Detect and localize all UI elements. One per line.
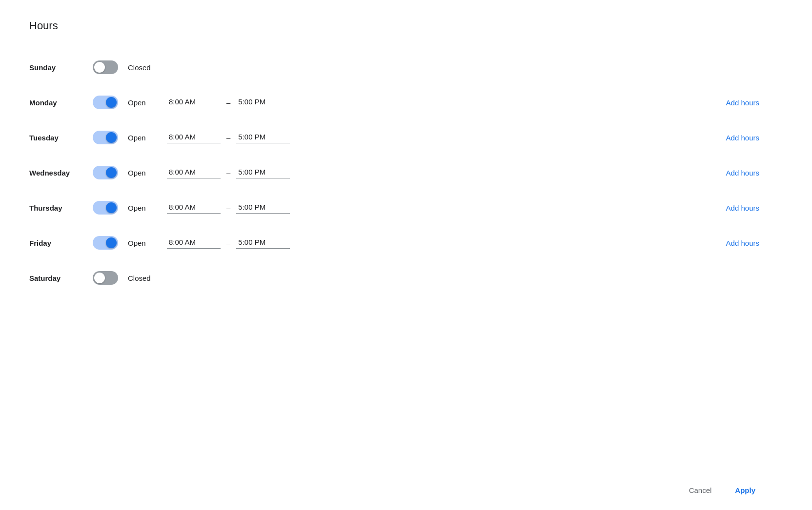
time-range-thursday: – — [167, 202, 290, 214]
day-name-saturday: Saturday — [29, 274, 93, 282]
time-separator: – — [226, 169, 230, 177]
day-row: ThursdayOpen–Add hours — [29, 190, 783, 225]
toggle-container-saturday — [93, 271, 122, 285]
toggle-thumb — [106, 237, 117, 248]
add-hours-button-wednesday[interactable]: Add hours — [722, 167, 763, 179]
toggle-tuesday[interactable] — [93, 131, 118, 144]
status-label-sunday: Closed — [128, 63, 167, 72]
time-separator: – — [226, 239, 230, 247]
toggle-container-tuesday — [93, 131, 122, 144]
time-range-wednesday: – — [167, 167, 290, 178]
apply-button[interactable]: Apply — [727, 482, 763, 498]
time-range-friday: – — [167, 237, 290, 249]
toggle-thumb — [94, 273, 105, 283]
day-name-tuesday: Tuesday — [29, 134, 93, 142]
footer-actions: Cancel Apply — [29, 471, 783, 510]
day-row: FridayOpen–Add hours — [29, 225, 783, 260]
toggle-thumb — [106, 132, 117, 143]
day-name-sunday: Sunday — [29, 63, 93, 72]
open-time-friday[interactable] — [167, 237, 221, 249]
status-label-monday: Open — [128, 98, 167, 107]
time-separator: – — [226, 204, 230, 212]
day-row: SundayClosed — [29, 50, 783, 85]
add-hours-button-friday[interactable]: Add hours — [722, 237, 763, 249]
toggle-container-monday — [93, 96, 122, 109]
toggle-sunday[interactable] — [93, 60, 118, 74]
hours-grid: SundayClosedMondayOpen–Add hoursTuesdayO… — [29, 50, 783, 471]
toggle-monday[interactable] — [93, 96, 118, 109]
toggle-thumb — [106, 97, 117, 108]
status-label-thursday: Open — [128, 204, 167, 212]
status-label-saturday: Closed — [128, 274, 167, 282]
toggle-container-thursday — [93, 201, 122, 215]
add-hours-button-tuesday[interactable]: Add hours — [722, 132, 763, 144]
toggle-thumb — [106, 167, 117, 178]
open-time-wednesday[interactable] — [167, 167, 221, 178]
page-container: Hours SundayClosedMondayOpen–Add hoursTu… — [0, 0, 812, 510]
day-row: TuesdayOpen–Add hours — [29, 120, 783, 155]
time-range-monday: – — [167, 97, 290, 108]
toggle-saturday[interactable] — [93, 271, 118, 285]
day-row: MondayOpen–Add hours — [29, 85, 783, 120]
day-name-monday: Monday — [29, 98, 93, 107]
close-time-friday[interactable] — [236, 237, 290, 249]
toggle-thumb — [106, 202, 117, 213]
time-range-tuesday: – — [167, 132, 290, 143]
toggle-container-sunday — [93, 60, 122, 74]
toggle-container-friday — [93, 236, 122, 250]
status-label-friday: Open — [128, 239, 167, 247]
day-name-friday: Friday — [29, 239, 93, 247]
close-time-tuesday[interactable] — [236, 132, 290, 143]
add-hours-button-monday[interactable]: Add hours — [722, 97, 763, 109]
status-label-tuesday: Open — [128, 134, 167, 142]
day-name-thursday: Thursday — [29, 204, 93, 212]
toggle-thursday[interactable] — [93, 201, 118, 215]
open-time-monday[interactable] — [167, 97, 221, 108]
day-row: WednesdayOpen–Add hours — [29, 155, 783, 190]
cancel-button[interactable]: Cancel — [681, 482, 720, 498]
close-time-thursday[interactable] — [236, 202, 290, 214]
time-separator: – — [226, 134, 230, 142]
open-time-tuesday[interactable] — [167, 132, 221, 143]
close-time-wednesday[interactable] — [236, 167, 290, 178]
toggle-thumb — [94, 62, 105, 73]
status-label-wednesday: Open — [128, 169, 167, 177]
add-hours-button-thursday[interactable]: Add hours — [722, 202, 763, 214]
open-time-thursday[interactable] — [167, 202, 221, 214]
toggle-wednesday[interactable] — [93, 166, 118, 179]
day-row: SaturdayClosed — [29, 260, 783, 295]
time-separator: – — [226, 98, 230, 107]
toggle-container-wednesday — [93, 166, 122, 179]
page-title: Hours — [29, 20, 783, 32]
day-name-wednesday: Wednesday — [29, 169, 93, 177]
close-time-monday[interactable] — [236, 97, 290, 108]
toggle-friday[interactable] — [93, 236, 118, 250]
